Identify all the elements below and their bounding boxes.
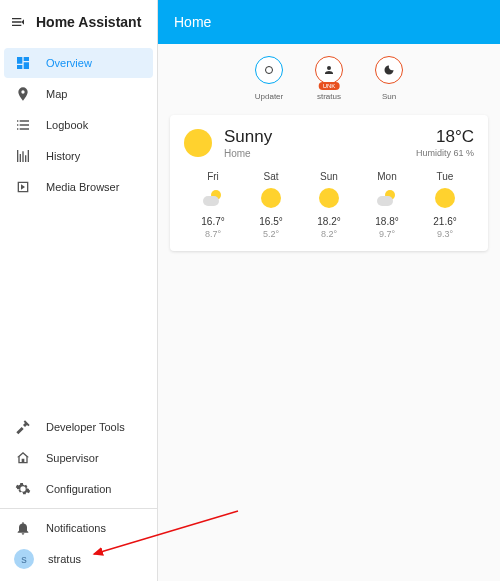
sidebar-item-notifications[interactable]: Notifications bbox=[4, 513, 153, 543]
sidebar-item-config[interactable]: Configuration bbox=[4, 474, 153, 504]
forecast-low: 9.7° bbox=[379, 229, 395, 239]
sidebar-item-label: Map bbox=[46, 88, 67, 100]
forecast-day-name: Fri bbox=[207, 171, 219, 182]
forecast-day: Mon18.8°9.7° bbox=[358, 171, 416, 239]
user-avatar: s bbox=[14, 549, 34, 569]
forecast-low: 8.7° bbox=[205, 229, 221, 239]
sidebar-item-overview[interactable]: Overview bbox=[4, 48, 153, 78]
sidebar: Home Assistant Overview Map Logbook Hist… bbox=[0, 0, 158, 581]
main: Home Updater UNK stratus Sun bbox=[158, 0, 500, 581]
play-box-icon bbox=[14, 178, 32, 196]
weather-card[interactable]: Sunny Home 18°C Humidity 61 % Fri16.7°8.… bbox=[170, 115, 488, 251]
partly-cloudy-icon bbox=[203, 188, 223, 208]
forecast-day-name: Sat bbox=[263, 171, 278, 182]
moon-icon bbox=[375, 56, 403, 84]
sun-icon bbox=[319, 188, 339, 208]
sidebar-nav: Overview Map Logbook History Media Brows… bbox=[0, 44, 157, 203]
svg-point-0 bbox=[266, 67, 273, 74]
sidebar-item-history[interactable]: History bbox=[4, 141, 153, 171]
weather-location: Home bbox=[224, 148, 272, 159]
sidebar-item-media[interactable]: Media Browser bbox=[4, 172, 153, 202]
badge-chip: UNK bbox=[319, 82, 340, 90]
forecast-day-name: Sun bbox=[320, 171, 338, 182]
badge-sun[interactable]: Sun bbox=[369, 56, 409, 101]
sidebar-item-label: Developer Tools bbox=[46, 421, 125, 433]
forecast-day: Fri16.7°8.7° bbox=[184, 171, 242, 239]
weather-humidity: Humidity 61 % bbox=[416, 148, 474, 158]
partly-cloudy-icon bbox=[377, 188, 397, 208]
forecast-high: 16.7° bbox=[201, 216, 224, 227]
menu-collapse-icon[interactable] bbox=[10, 14, 26, 30]
badge-stratus[interactable]: UNK stratus bbox=[309, 56, 349, 101]
app-title: Home Assistant bbox=[36, 14, 141, 30]
chart-icon bbox=[14, 147, 32, 165]
sidebar-item-logbook[interactable]: Logbook bbox=[4, 110, 153, 140]
sidebar-item-devtools[interactable]: Developer Tools bbox=[4, 412, 153, 442]
forecast-day: Sun18.2°8.2° bbox=[300, 171, 358, 239]
user-name: stratus bbox=[48, 553, 81, 565]
badge-label: Updater bbox=[255, 92, 283, 101]
forecast-high: 18.2° bbox=[317, 216, 340, 227]
badge-label: Sun bbox=[382, 92, 396, 101]
sun-icon bbox=[184, 129, 212, 157]
forecast-low: 8.2° bbox=[321, 229, 337, 239]
forecast-high: 21.6° bbox=[433, 216, 456, 227]
forecast-low: 5.2° bbox=[263, 229, 279, 239]
weather-header: Sunny Home 18°C Humidity 61 % bbox=[184, 127, 474, 159]
forecast-day: Tue21.6°9.3° bbox=[416, 171, 474, 239]
forecast-low: 9.3° bbox=[437, 229, 453, 239]
dashboard-icon bbox=[14, 54, 32, 72]
badges-row: Updater UNK stratus Sun bbox=[158, 44, 500, 109]
sun-icon bbox=[261, 188, 281, 208]
sidebar-item-label: Media Browser bbox=[46, 181, 119, 193]
sidebar-bottom: Developer Tools Supervisor Configuration… bbox=[0, 412, 157, 581]
list-icon bbox=[14, 116, 32, 134]
person-icon: UNK bbox=[315, 56, 343, 84]
sidebar-item-label: Logbook bbox=[46, 119, 88, 131]
forecast-day-name: Mon bbox=[377, 171, 396, 182]
gear-icon bbox=[14, 480, 32, 498]
home-assistant-icon bbox=[14, 449, 32, 467]
weather-condition: Sunny bbox=[224, 127, 272, 147]
forecast-day: Sat16.5°5.2° bbox=[242, 171, 300, 239]
sidebar-header: Home Assistant bbox=[0, 0, 157, 44]
circle-icon bbox=[255, 56, 283, 84]
map-icon bbox=[14, 85, 32, 103]
sun-icon bbox=[435, 188, 455, 208]
forecast-row: Fri16.7°8.7°Sat16.5°5.2°Sun18.2°8.2°Mon1… bbox=[184, 171, 474, 239]
forecast-day-name: Tue bbox=[437, 171, 454, 182]
sidebar-item-supervisor[interactable]: Supervisor bbox=[4, 443, 153, 473]
divider bbox=[0, 508, 157, 509]
sidebar-item-user[interactable]: s stratus bbox=[4, 544, 153, 574]
sidebar-item-label: Notifications bbox=[46, 522, 106, 534]
forecast-high: 18.8° bbox=[375, 216, 398, 227]
sidebar-item-label: Configuration bbox=[46, 483, 111, 495]
topbar: Home bbox=[158, 0, 500, 44]
weather-temp: 18°C bbox=[416, 127, 474, 147]
forecast-high: 16.5° bbox=[259, 216, 282, 227]
hammer-icon bbox=[14, 418, 32, 436]
bell-icon bbox=[14, 519, 32, 537]
sidebar-item-label: History bbox=[46, 150, 80, 162]
sidebar-item-label: Supervisor bbox=[46, 452, 99, 464]
sidebar-item-label: Overview bbox=[46, 57, 92, 69]
sidebar-item-map[interactable]: Map bbox=[4, 79, 153, 109]
badge-updater[interactable]: Updater bbox=[249, 56, 289, 101]
page-title: Home bbox=[174, 14, 211, 30]
badge-label: stratus bbox=[317, 92, 341, 101]
